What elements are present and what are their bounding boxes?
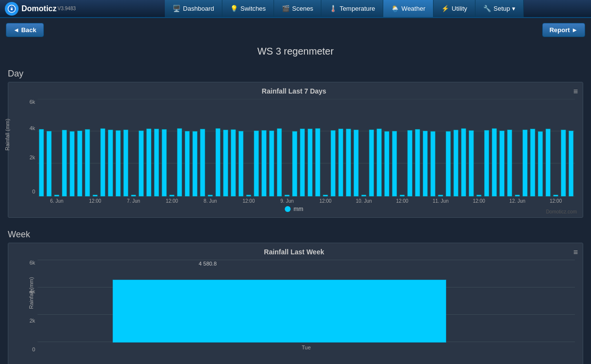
svg-rect-72	[546, 129, 550, 196]
week-bar	[113, 280, 446, 343]
svg-rect-56	[423, 131, 427, 196]
svg-rect-19	[139, 131, 143, 196]
svg-rect-57	[431, 132, 435, 196]
week-chart-title: Rainfall Last Week	[13, 248, 575, 256]
nav-item-dashboard[interactable]: 🖥️ Dashboard	[165, 0, 222, 17]
day-y-axis-label: Rainfall (mm)	[4, 119, 10, 151]
svg-rect-26	[193, 132, 197, 196]
setup-icon: 🔧	[483, 5, 491, 12]
svg-rect-71	[538, 132, 542, 196]
svg-rect-11	[78, 131, 82, 196]
svg-rect-52	[392, 131, 396, 196]
svg-rect-16	[116, 131, 120, 196]
svg-rect-31	[231, 130, 236, 196]
svg-point-1	[11, 8, 13, 10]
svg-rect-53	[400, 195, 404, 196]
svg-rect-41	[308, 129, 312, 196]
svg-rect-49	[369, 130, 374, 196]
week-x-label-tue: Tue	[302, 345, 311, 350]
svg-rect-48	[361, 195, 366, 196]
svg-rect-59	[446, 132, 451, 196]
svg-rect-15	[108, 130, 113, 196]
week-bar-value: 4 580.8	[199, 261, 217, 267]
day-section-title: Day	[8, 64, 583, 82]
day-chart-menu-icon[interactable]: ≡	[573, 87, 578, 96]
report-button[interactable]: Report ►	[542, 23, 585, 37]
x-label-1200-7: 12:00	[536, 198, 575, 204]
logo-icon	[5, 2, 19, 16]
svg-rect-65	[492, 129, 496, 196]
nav-item-weather[interactable]: 🌦️ Weather	[383, 0, 433, 17]
y-tick-2k: 2k	[29, 154, 35, 160]
svg-rect-68	[515, 195, 519, 196]
nav-label-setup: Setup ▾	[493, 5, 515, 12]
svg-rect-20	[147, 129, 151, 196]
nav-item-temperature[interactable]: 🌡️ Temperature	[321, 0, 383, 17]
day-watermark: Domoticz.com	[546, 209, 577, 214]
svg-rect-33	[246, 195, 251, 196]
svg-rect-28	[208, 195, 212, 196]
svg-rect-13	[93, 195, 97, 196]
svg-rect-62	[469, 131, 473, 196]
switches-icon: 💡	[230, 5, 238, 12]
svg-rect-74	[561, 130, 566, 196]
svg-rect-64	[484, 130, 489, 196]
nav-item-switches[interactable]: 💡 Switches	[222, 0, 274, 17]
day-chart-inner	[38, 99, 575, 196]
logo: Domoticz V3.9483	[0, 2, 98, 16]
nav-label-dashboard: Dashboard	[183, 5, 214, 12]
svg-rect-60	[453, 130, 458, 196]
svg-rect-9	[62, 130, 66, 196]
nav-label-weather: Weather	[401, 5, 425, 12]
svg-rect-38	[285, 195, 289, 196]
svg-rect-66	[500, 131, 504, 196]
svg-rect-32	[238, 131, 243, 196]
svg-rect-47	[354, 130, 358, 196]
svg-rect-70	[531, 129, 535, 196]
x-label-1200-1: 12:00	[76, 198, 115, 204]
dashboard-icon: 🖥️	[173, 5, 180, 12]
svg-rect-10	[70, 132, 74, 196]
y-tick-6k: 6k	[29, 99, 35, 105]
svg-rect-75	[569, 131, 573, 196]
week-section-title: Week	[8, 225, 583, 243]
week-y-axis-label: Rainfall (mm)	[28, 277, 34, 309]
day-x-axis: 6. Jun 12:00 7. Jun 12:00 8. Jun 12:00 9…	[38, 196, 575, 204]
x-label-11jun: 11. Jun	[421, 198, 460, 204]
svg-rect-21	[154, 129, 158, 196]
svg-rect-43	[323, 195, 328, 196]
week-chart-menu-icon[interactable]: ≡	[573, 248, 578, 257]
legend-label-mm: mm	[294, 206, 303, 212]
svg-rect-14	[100, 129, 105, 196]
svg-rect-29	[216, 129, 220, 196]
nav-item-utility[interactable]: ⚡ Utility	[433, 0, 475, 17]
back-button[interactable]: ◄ Back	[6, 23, 44, 37]
x-label-1200-6: 12:00	[460, 198, 498, 204]
svg-rect-69	[523, 130, 527, 196]
svg-rect-50	[377, 129, 381, 196]
nav-item-scenes[interactable]: 🎬 Scenes	[274, 0, 321, 17]
x-label-10jun: 10. Jun	[345, 198, 383, 204]
main-nav: 🖥️ Dashboard 💡 Switches 🎬 Scenes 🌡️ Temp…	[98, 0, 591, 17]
logo-text: Domoticz	[21, 4, 57, 13]
svg-rect-55	[415, 129, 420, 196]
x-label-6jun: 6. Jun	[38, 198, 76, 204]
x-label-8jun: 8. Jun	[191, 198, 230, 204]
logo-version: V3.9483	[58, 6, 76, 11]
week-chart-inner: 4 580.8	[38, 260, 575, 343]
utility-icon: ⚡	[441, 5, 449, 12]
week-grid-top	[38, 260, 575, 260]
svg-rect-7	[47, 131, 51, 196]
scenes-icon: 🎬	[282, 5, 290, 12]
svg-rect-58	[438, 195, 443, 196]
svg-rect-51	[385, 132, 389, 196]
svg-rect-46	[346, 129, 351, 196]
svg-rect-35	[262, 130, 266, 196]
svg-rect-17	[123, 130, 128, 196]
svg-rect-67	[507, 130, 512, 196]
nav-item-setup[interactable]: 🔧 Setup ▾	[475, 0, 524, 17]
svg-rect-61	[461, 129, 466, 196]
legend-dot-mm	[285, 206, 291, 212]
svg-rect-44	[331, 131, 335, 196]
week-y-tick-2k: 2k	[29, 318, 35, 324]
